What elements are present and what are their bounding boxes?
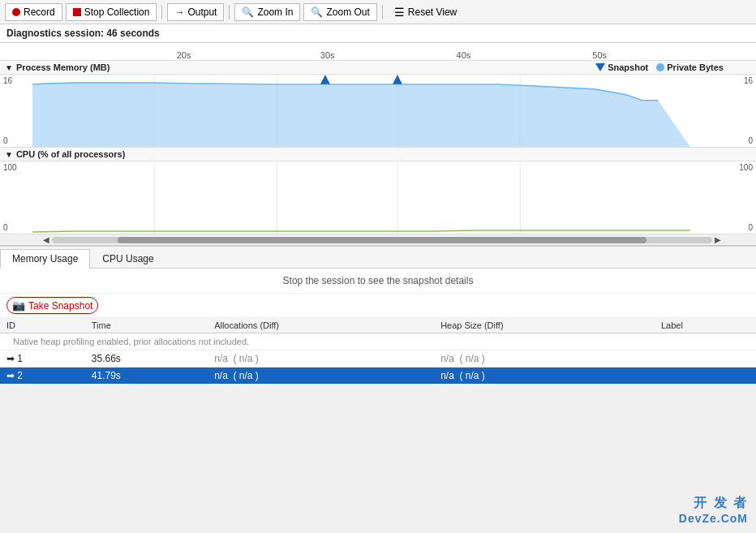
reset-view-icon: ☰ [394,6,405,19]
timeline-container: 20s 30s 40s 50s ▼ Process Memory (MB) Sn… [0,43,756,247]
record-button[interactable]: Record [5,3,62,21]
tick-50s: 50s [592,50,607,60]
triangle-icon: ▼ [5,63,13,72]
cpu-y-max-right: 100 [735,163,753,172]
snapshot-triangle-icon [595,63,605,71]
session-info: Diagnostics session: 46 seconds [0,24,756,43]
stop-square-icon [73,8,81,16]
profiling-note-cell: Native heap profiling enabled, prior all… [0,333,756,350]
row1-alloc: n/a ( n/a ) [208,350,434,368]
cpu-chart-header: ▼ CPU (% of all processors) [0,148,756,161]
separator [161,5,162,19]
scrollbar-track[interactable] [52,237,712,243]
memory-y-max: 16 [3,76,29,85]
private-bytes-legend: Private Bytes [656,62,724,72]
svg-marker-6 [393,75,402,84]
separator2 [229,5,230,19]
take-snapshot-label: Take Snapshot [28,300,92,312]
col-allocations: Allocations (Diff) [208,318,434,333]
memory-chart-title: Process Memory (MB) [16,62,110,72]
horizontal-scrollbar[interactable]: ◀ ▶ [0,234,756,246]
toolbar: Record Stop Collection → Output 🔍 Zoom I… [0,0,756,24]
stop-collection-button[interactable]: Stop Collection [66,3,157,21]
col-id: ID [0,318,85,333]
output-label: Output [187,6,217,18]
tick-40s: 40s [457,50,471,60]
memory-legend: Snapshot Private Bytes [595,62,724,72]
row-arrow-icon: ➡ [6,353,15,364]
row1-time: 35.66s [85,350,208,368]
zoom-in-icon: 🔍 [242,6,254,18]
memory-chart-header: ▼ Process Memory (MB) Snapshot Private B… [0,61,756,75]
cpu-y-min-right: 0 [735,223,753,232]
cpu-chart-area: 100 0 100 0 [0,161,756,234]
separator3 [382,5,383,19]
row2-label [655,368,756,385]
svg-marker-5 [320,75,330,84]
zoom-out-label: Zoom Out [326,6,369,18]
row2-id: ➡ 2 [0,368,85,385]
private-bytes-legend-label: Private Bytes [667,62,724,72]
svg-marker-4 [32,83,690,147]
memory-y-labels-right: 16 0 [732,75,756,147]
col-heap-size: Heap Size (Diff) [434,318,655,333]
cpu-y-labels-left: 100 0 [0,161,32,234]
watermark: 开 发 者 DevZe.CoM [679,495,748,525]
zoom-out-icon: 🔍 [311,6,323,18]
row1-id: ➡ 1 [0,350,85,368]
snapshot-legend: Snapshot [595,62,648,72]
profiling-note-row: Native heap profiling enabled, prior all… [0,333,756,350]
output-arrow-icon: → [174,6,184,18]
row-arrow-icon2: ➡ [6,370,15,381]
tab-cpu-usage[interactable]: CPU Usage [90,249,165,268]
tab-memory-label: Memory Usage [12,253,78,264]
row2-alloc: n/a ( n/a ) [208,368,434,385]
cpu-y-min: 0 [3,223,29,232]
record-label: Record [24,6,55,18]
session-label: Diagnostics session: 46 seconds [6,28,160,39]
watermark-line2: DevZe.CoM [679,512,748,525]
snapshot-message: Stop the session to see the snapshot det… [0,269,756,294]
take-snapshot-area: 📷 Take Snapshot [0,294,756,318]
row2-time: 41.79s [85,368,208,385]
cpu-chart-title: CPU (% of all processors) [16,149,125,159]
memory-chart-section: ▼ Process Memory (MB) Snapshot Private B… [0,61,756,148]
table-row[interactable]: ➡ 1 35.66s n/a ( n/a ) n/a ( n/a ) [0,350,756,368]
output-button[interactable]: → Output [167,3,224,21]
table-row[interactable]: ➡ 2 41.79s n/a ( n/a ) n/a ( n/a ) [0,368,756,385]
row1-heap: n/a ( n/a ) [434,350,655,368]
zoom-in-button[interactable]: 🔍 Zoom In [234,3,300,21]
zoom-out-button[interactable]: 🔍 Zoom Out [303,3,376,21]
profiling-note-text: Native heap profiling enabled, prior all… [6,332,256,351]
reset-view-label: Reset View [408,6,457,18]
snapshot-legend-label: Snapshot [608,62,648,72]
memory-y-max-right: 16 [735,76,753,85]
col-time: Time [85,318,208,333]
tab-cpu-label: CPU Usage [102,253,153,264]
tick-20s: 20s [177,50,191,60]
cpu-svg [32,161,690,234]
watermark-line1: 开 发 者 [679,495,748,512]
bottom-section: Stop the session to see the snapshot det… [0,269,756,385]
row2-heap: n/a ( n/a ) [434,368,655,385]
memory-y-labels-left: 16 0 [0,75,32,147]
stop-collection-label: Stop Collection [84,6,150,18]
col-label: Label [655,318,756,333]
scroll-left-arrow[interactable]: ◀ [41,235,52,244]
memory-svg [32,75,690,147]
take-snapshot-button[interactable]: 📷 Take Snapshot [6,297,98,314]
memory-y-min: 0 [3,136,29,145]
private-bytes-icon [656,63,664,71]
snapshot-table: ID Time Allocations (Diff) Heap Size (Di… [0,318,756,385]
cpu-y-labels-right: 100 0 [732,161,756,234]
scrollbar-thumb[interactable] [118,237,646,243]
tab-memory-usage[interactable]: Memory Usage [0,249,90,269]
cpu-triangle-icon: ▼ [5,150,13,159]
reset-view-button[interactable]: ☰ Reset View [388,3,463,21]
memory-chart-area: 16 0 16 0 [0,75,756,148]
scroll-right-arrow[interactable]: ▶ [712,235,724,244]
zoom-in-label: Zoom In [257,6,293,18]
camera-icon: 📷 [12,299,25,312]
record-dot-icon [12,8,20,16]
cpu-chart-section: ▼ CPU (% of all processors) 100 0 100 0 [0,148,756,234]
